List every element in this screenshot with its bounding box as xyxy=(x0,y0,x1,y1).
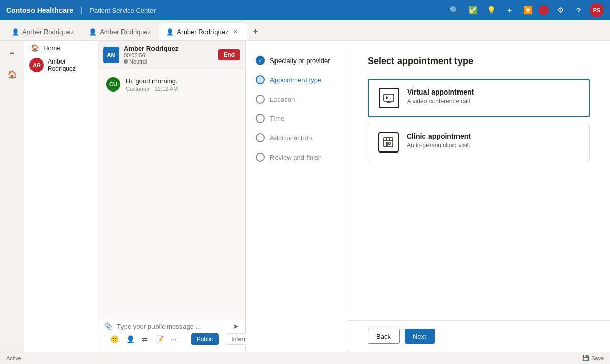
chat-bubble-avatar: CU xyxy=(106,77,120,92)
call-header: AM Amber Rodriquez 00:05:56 Neutral End xyxy=(98,41,245,69)
agent-avatar: AR xyxy=(29,58,44,72)
call-status: Neutral xyxy=(124,58,214,65)
emoji-icon[interactable]: 🙂 xyxy=(110,335,119,343)
save-label: Save xyxy=(591,355,604,361)
caller-avatar: AM xyxy=(103,47,119,63)
step-appointment-circle xyxy=(256,75,265,84)
brand-divider: | xyxy=(80,6,82,15)
tab-3[interactable]: 👤 Amber Rodriquez ✕ xyxy=(159,23,247,40)
status-label: Active xyxy=(6,355,21,361)
help-icon[interactable]: ? xyxy=(571,3,586,17)
clinic-appointment-title: Clinic appointment xyxy=(407,132,471,140)
step-location-circle xyxy=(256,95,265,104)
call-timer: 00:05:56 xyxy=(124,52,214,58)
topbar: Contoso Healthcare | Patient Service Cen… xyxy=(0,0,610,20)
chat-input-row: 📎 ➤ xyxy=(104,322,239,330)
notification-badge[interactable] xyxy=(539,5,549,15)
call-info: Amber Rodriquez 00:05:56 Neutral xyxy=(124,45,214,65)
step-location[interactable]: Location xyxy=(246,89,347,109)
search-icon[interactable]: 🔍 xyxy=(447,3,462,17)
tab-3-label: Amber Rodriquez xyxy=(177,28,228,36)
chat-input-area: 📎 ➤ 🙂 👤 ⇄ 📝 ··· Public Internal xyxy=(98,318,245,352)
content-area: Select appointment type Virtual appointm… xyxy=(347,41,610,352)
settings-icon[interactable]: ⚙ xyxy=(553,3,567,17)
call-panel: AM Amber Rodriquez 00:05:56 Neutral End … xyxy=(98,41,246,352)
person-icon[interactable]: 👤 xyxy=(126,335,135,343)
appointment-content: Select appointment type Virtual appointm… xyxy=(347,41,610,320)
svg-rect-1 xyxy=(384,138,393,147)
app-brand: Contoso Healthcare xyxy=(6,6,73,14)
call-status-label: Neutral xyxy=(129,58,147,65)
tab-2-icon: 👤 xyxy=(89,28,97,36)
chat-messages: CU Hi, good morning. Customer · 12:12 AM xyxy=(98,69,245,318)
chat-message: CU Hi, good morning. Customer · 12:12 AM xyxy=(106,77,237,92)
agent-item[interactable]: AR Amber Rodriquez xyxy=(24,55,98,75)
new-tab-button[interactable]: + xyxy=(247,23,263,40)
step-review-label: Review and finish xyxy=(270,154,322,161)
tab-1-label: Amber Rodriquez xyxy=(22,28,74,36)
clinic-appointment-card[interactable]: Clinic appointment An in-person clinic v… xyxy=(368,124,590,161)
note-icon[interactable]: 📝 xyxy=(155,335,164,343)
tab-1[interactable]: 👤 Amber Rodriquez xyxy=(4,23,81,40)
plus-icon[interactable]: ＋ xyxy=(502,3,516,17)
wizard-panel: ✓ Specialty or provider Appointment type… xyxy=(246,41,347,352)
virtual-appointment-icon xyxy=(379,88,399,108)
app-subtitle: Patient Service Center xyxy=(89,7,156,14)
action-bar: Back Next xyxy=(347,320,610,352)
caller-name: Amber Rodriquez xyxy=(124,45,214,52)
tab-3-close-icon[interactable]: ✕ xyxy=(231,28,239,36)
step-time-circle xyxy=(256,114,265,123)
main-content: ≡ 🏠 🏠 Home AR Amber Rodriquez AM Amber R… xyxy=(0,41,610,352)
back-button[interactable]: Back xyxy=(368,329,400,344)
chat-toolbar: 🙂 👤 ⇄ 📝 ··· Public Internal xyxy=(104,330,239,348)
hamburger-menu-icon[interactable]: ≡ xyxy=(3,45,21,63)
tab-3-icon: 👤 xyxy=(166,28,174,36)
lightbulb-icon[interactable]: 💡 xyxy=(484,3,498,17)
more-icon[interactable]: ··· xyxy=(171,335,177,343)
end-call-button[interactable]: End xyxy=(218,49,240,60)
chat-bubble-content: Hi, good morning. Customer · 12:12 AM xyxy=(126,77,178,92)
step-time[interactable]: Time xyxy=(246,109,347,128)
next-button[interactable]: Next xyxy=(405,329,435,344)
step-review-circle xyxy=(256,153,265,162)
step-additional[interactable]: Additional Info xyxy=(246,128,347,147)
virtual-appointment-card[interactable]: Virtual appointment A video conference c… xyxy=(368,79,590,117)
home-label: Home xyxy=(43,44,61,52)
svg-rect-3 xyxy=(389,143,390,144)
tab-1-icon: 👤 xyxy=(12,28,19,36)
save-button[interactable]: 💾 Save xyxy=(582,355,604,361)
step-review[interactable]: Review and finish xyxy=(246,147,347,167)
agent-name: Amber Rodriquez xyxy=(48,58,93,72)
step-location-label: Location xyxy=(270,96,295,103)
chat-message-meta: Customer · 12:12 AM xyxy=(126,86,178,92)
chat-panel: CU Hi, good morning. Customer · 12:12 AM… xyxy=(98,69,245,352)
clinic-appointment-text: Clinic appointment An in-person clinic v… xyxy=(407,132,471,149)
statusbar: Active 💾 Save xyxy=(0,352,610,364)
svg-rect-0 xyxy=(384,94,394,101)
tab-2-label: Amber Rodriquez xyxy=(100,28,151,36)
check-circle-icon[interactable]: ✅ xyxy=(466,3,480,17)
step-appointment[interactable]: Appointment type xyxy=(246,70,347,89)
home-nav-icon[interactable]: 🏠 xyxy=(3,65,21,83)
virtual-appointment-desc: A video conference call. xyxy=(407,98,474,105)
step-specialty[interactable]: ✓ Specialty or provider xyxy=(246,51,347,70)
home-icon: 🏠 xyxy=(30,44,39,52)
tab-2[interactable]: 👤 Amber Rodriquez xyxy=(81,23,159,40)
virtual-appointment-title: Virtual appointment xyxy=(407,88,474,96)
send-icon[interactable]: ➤ xyxy=(233,322,239,330)
user-avatar[interactable]: PS xyxy=(590,3,604,17)
sidebar-item-home[interactable]: 🏠 Home xyxy=(24,41,98,55)
chat-input[interactable] xyxy=(117,323,229,330)
sidebar-nav: ≡ 🏠 xyxy=(0,41,24,352)
filter-icon[interactable]: 🔽 xyxy=(521,3,535,17)
transfer-icon[interactable]: ⇄ xyxy=(142,335,148,343)
step-time-label: Time xyxy=(270,115,284,123)
public-visibility-button[interactable]: Public xyxy=(191,333,219,345)
section-title: Select appointment type xyxy=(368,56,590,67)
svg-rect-2 xyxy=(386,143,388,145)
step-additional-circle xyxy=(256,133,265,142)
clinic-appointment-icon xyxy=(378,132,399,153)
attach-icon[interactable]: 📎 xyxy=(104,322,113,330)
step-specialty-circle: ✓ xyxy=(256,56,265,65)
agent-sidebar: 🏠 Home AR Amber Rodriquez xyxy=(24,41,98,352)
